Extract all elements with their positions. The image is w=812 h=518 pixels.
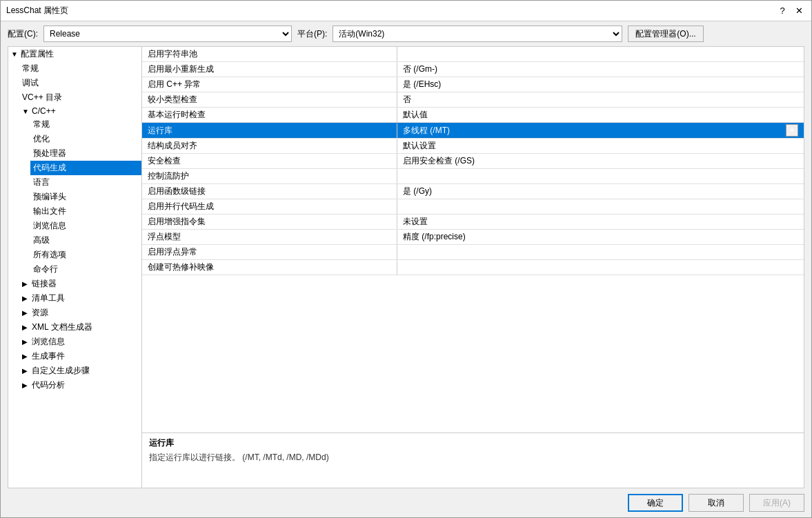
prop-row[interactable]: 浮点模型精度 (/fp:precise) [142, 230, 804, 245]
prop-value: 是 (/EHsc) [397, 77, 804, 92]
config-select[interactable]: Release [43, 26, 292, 42]
prop-name: 启用最小重新生成 [142, 62, 397, 77]
cancel-button[interactable]: 取消 [689, 494, 744, 512]
tree-item-codegen[interactable]: 代码生成 [30, 161, 141, 175]
prop-row[interactable]: 安全检查启用安全检查 (/GS) [142, 154, 804, 169]
code-analysis-label: 代码分析 [32, 379, 65, 391]
tree-item-cpp-general[interactable]: 常规 [30, 117, 141, 132]
prop-value [397, 53, 804, 56]
prop-name: 启用字符串池 [142, 47, 397, 61]
xml-label: XML 文档生成器 [32, 321, 92, 333]
prop-name: 创建可热修补映像 [142, 260, 397, 275]
tree-item-events[interactable]: ▶ 生成事件 [19, 349, 141, 363]
prop-value: 未设置 [397, 215, 804, 229]
prop-row[interactable]: 运行库多线程 (/MT)▼ [142, 123, 804, 139]
prop-name: 启用 C++ 异常 [142, 77, 397, 92]
events-label: 生成事件 [32, 350, 65, 362]
prop-name: 启用增强指令集 [142, 215, 397, 229]
tree-item-debug[interactable]: 调试 [19, 76, 141, 90]
config-manager-button[interactable]: 配置管理器(O)... [628, 26, 703, 42]
desc-text: 指定运行库以进行链接。 (/MT, /MTd, /MD, /MDd) [149, 452, 797, 464]
prop-name: 基本运行时检查 [142, 108, 397, 122]
prop-row[interactable]: 启用并行代码生成 [142, 199, 804, 215]
prop-value-text: 是 (/Gy) [403, 186, 798, 197]
browse-label: 浏览信息 [32, 336, 65, 348]
custom-build-label: 自定义生成步骤 [32, 365, 90, 377]
prop-value-text: 是 (/EHsc) [403, 79, 798, 90]
prop-row[interactable]: 控制流防护 [142, 169, 804, 184]
prop-row[interactable]: 较小类型检查否 [142, 92, 804, 108]
prop-value: 启用安全检查 (/GS) [397, 154, 804, 168]
tree-item-browse[interactable]: ▶ 浏览信息 [19, 335, 141, 349]
apply-button[interactable]: 应用(A) [749, 494, 804, 512]
prop-value: 多线程 (/MT)▼ [397, 123, 804, 138]
properties-table: 启用字符串池启用最小重新生成否 (/Gm-)启用 C++ 异常是 (/EHsc)… [142, 47, 804, 432]
tree-item-pch[interactable]: 预编译头 [30, 190, 141, 204]
prop-value [397, 206, 804, 208]
prop-row[interactable]: 创建可热修补映像 [142, 260, 804, 275]
prop-value: 默认设置 [397, 139, 804, 153]
prop-row[interactable]: 启用浮点异常 [142, 245, 804, 260]
prop-value-text: 多线程 (/MT) [403, 125, 786, 137]
tree-item-advanced[interactable]: 高级 [30, 233, 141, 248]
cpp-label: C/C++ [32, 106, 56, 116]
prop-value [397, 266, 804, 269]
tree-item-code-analysis[interactable]: ▶ 代码分析 [19, 378, 141, 392]
help-button[interactable]: ? [775, 4, 789, 18]
prop-name: 启用函数级链接 [142, 184, 397, 199]
prop-name: 结构成员对齐 [142, 139, 397, 153]
prop-name: 运行库 [142, 123, 397, 138]
tree-item-preprocessor[interactable]: 预处理器 [30, 146, 141, 161]
tree-item-vc-dirs[interactable]: VC++ 目录 [19, 90, 141, 105]
toolbar: 配置(C): Release 平台(P): 活动(Win32) 配置管理器(O)… [1, 21, 811, 46]
prop-row[interactable]: 结构成员对齐默认设置 [142, 139, 804, 154]
prop-row[interactable]: 启用最小重新生成否 (/Gm-) [142, 62, 804, 77]
linker-arrow: ▶ [22, 280, 32, 288]
prop-value-text: 默认设置 [403, 140, 798, 152]
tree-item-general[interactable]: 常规 [19, 61, 141, 76]
browse-arrow: ▶ [22, 338, 32, 346]
custom-build-arrow: ▶ [22, 367, 32, 375]
platform-select[interactable]: 活动(Win32) [333, 26, 622, 42]
prop-row[interactable]: 启用 C++ 异常是 (/EHsc) [142, 77, 804, 92]
tree-item-custom-build[interactable]: ▶ 自定义生成步骤 [19, 363, 141, 378]
prop-value: 否 (/Gm-) [397, 62, 804, 77]
cpp-arrow: ▼ [22, 108, 32, 115]
prop-row[interactable]: 启用函数级链接是 (/Gy) [142, 184, 804, 199]
right-panel: 启用字符串池启用最小重新生成否 (/Gm-)启用 C++ 异常是 (/EHsc)… [142, 46, 804, 488]
tree-item-resource[interactable]: ▶ 资源 [19, 306, 141, 320]
tree-item-all-options[interactable]: 所有选项 [30, 248, 141, 262]
manifest-arrow: ▶ [22, 295, 32, 302]
prop-name: 控制流防护 [142, 169, 397, 183]
prop-row[interactable]: 基本运行时检查默认值 [142, 108, 804, 123]
tree-item-xml[interactable]: ▶ XML 文档生成器 [19, 320, 141, 335]
prop-row[interactable]: 启用字符串池 [142, 47, 804, 62]
prop-row[interactable]: 启用增强指令集未设置 [142, 215, 804, 230]
prop-name: 较小类型检查 [142, 92, 397, 107]
tree-item-browse-info[interactable]: 浏览信息 [30, 219, 141, 233]
platform-label: 平台(P): [297, 28, 327, 40]
linker-label: 链接器 [32, 278, 57, 290]
tree-item-optimize[interactable]: 优化 [30, 132, 141, 146]
close-button[interactable]: ✕ [792, 4, 806, 18]
events-arrow: ▶ [22, 352, 32, 360]
prop-value-text: 默认值 [403, 109, 798, 121]
tree-item-language[interactable]: 语言 [30, 175, 141, 190]
tree-item-cmdline[interactable]: 命令行 [30, 262, 141, 277]
prop-value [397, 251, 804, 254]
tree-root[interactable]: ▼ 配置属性 [8, 47, 141, 61]
desc-title: 运行库 [149, 437, 797, 449]
tree-item-output[interactable]: 输出文件 [30, 204, 141, 219]
tree-item-cpp[interactable]: ▼ C/C++ [19, 105, 141, 117]
prop-dropdown-button[interactable]: ▼ [786, 124, 798, 137]
tree-item-linker[interactable]: ▶ 链接器 [19, 277, 141, 291]
manifest-label: 清单工具 [32, 292, 65, 304]
prop-value-text: 启用安全检查 (/GS) [403, 155, 798, 167]
code-analysis-arrow: ▶ [22, 381, 32, 389]
ok-button[interactable]: 确定 [628, 494, 683, 512]
tree-item-manifest[interactable]: ▶ 清单工具 [19, 291, 141, 306]
title-bar: LessChat 属性页 ? ✕ [1, 1, 811, 21]
cpp-children: 常规 优化 预处理器 代码生成 语言 预编译头 输出文件 浏览信息 高级 所有选… [19, 117, 141, 277]
config-label: 配置(C): [8, 28, 38, 40]
title-bar-buttons: ? ✕ [775, 4, 806, 18]
